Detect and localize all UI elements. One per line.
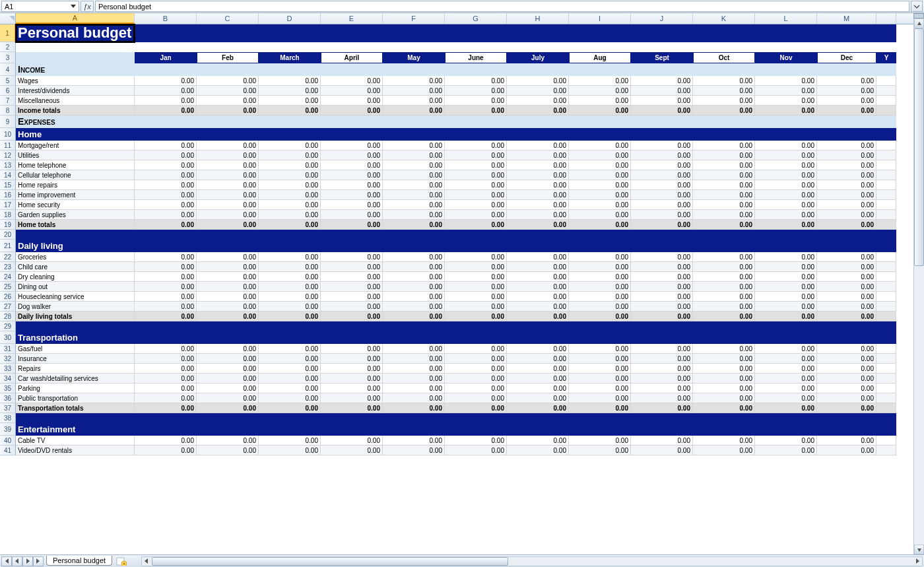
cell-D39[interactable] [259,423,321,436]
cell-M23[interactable]: 0.00 [817,262,876,272]
cell-D31[interactable]: 0.00 [259,344,321,354]
cell-H5[interactable]: 0.00 [507,76,569,86]
formula-bar-expand[interactable] [911,1,923,12]
cell-G28[interactable]: 0.00 [445,312,507,321]
cell-B18[interactable]: 0.00 [135,210,197,220]
cell-M32[interactable]: 0.00 [817,354,876,364]
cell-B24[interactable]: 0.00 [135,272,197,282]
cell-L27[interactable]: 0.00 [755,302,817,312]
cell-F35[interactable]: 0.00 [383,384,445,393]
cell-F21[interactable] [383,240,445,252]
cell-J15[interactable]: 0.00 [631,180,693,190]
cell-L30[interactable] [755,331,817,344]
cell-H2[interactable] [507,42,569,52]
cell-partial-24[interactable] [876,272,896,282]
cell-A32[interactable]: Insurance [16,354,135,364]
cell-I4[interactable] [569,63,631,76]
cell-L15[interactable]: 0.00 [755,180,817,190]
cell-F22[interactable]: 0.00 [383,252,445,262]
cell-D18[interactable]: 0.00 [259,210,321,220]
cell-K12[interactable]: 0.00 [693,150,755,160]
cell-B33[interactable]: 0.00 [135,364,197,374]
cell-I24[interactable]: 0.00 [569,272,631,282]
cell-H39[interactable] [507,423,569,436]
cell-F39[interactable] [383,423,445,436]
cell-F23[interactable]: 0.00 [383,262,445,272]
cell-A9[interactable]: Expenses [16,116,135,128]
row-header-28[interactable]: 28 [0,312,16,321]
cell-B30[interactable] [135,331,197,344]
cell-F14[interactable]: 0.00 [383,170,445,180]
cell-partial-5[interactable] [876,76,896,86]
cell-C4[interactable] [197,63,259,76]
cell-D38[interactable] [259,413,321,423]
cell-I31[interactable]: 0.00 [569,344,631,354]
cell-D14[interactable]: 0.00 [259,170,321,180]
cell-partial-4[interactable] [876,63,896,76]
cell-partial-25[interactable] [876,282,896,292]
cell-C31[interactable]: 0.00 [197,344,259,354]
cell-H16[interactable]: 0.00 [507,190,569,200]
row-header-1[interactable]: 1 [0,24,16,42]
cell-B34[interactable]: 0.00 [135,374,197,384]
cell-partial-2[interactable] [876,42,896,52]
cell-M19[interactable]: 0.00 [817,220,876,230]
cell-A40[interactable]: Cable TV [16,436,135,446]
cell-E15[interactable]: 0.00 [321,180,383,190]
cell-F2[interactable] [383,42,445,52]
cell-A23[interactable]: Child care [16,262,135,272]
cell-D8[interactable]: 0.00 [259,106,321,116]
cell-K17[interactable]: 0.00 [693,200,755,210]
cell-M26[interactable]: 0.00 [817,292,876,302]
cell-J9[interactable] [631,116,693,128]
cell-partial-14[interactable] [876,170,896,180]
cell-L31[interactable]: 0.00 [755,344,817,354]
row-header-9[interactable]: 9 [0,116,16,128]
cell-D12[interactable]: 0.00 [259,150,321,160]
cell-D6[interactable]: 0.00 [259,86,321,96]
cell-C7[interactable]: 0.00 [197,96,259,106]
cell-C19[interactable]: 0.00 [197,220,259,230]
cell-partial-1[interactable] [876,24,896,42]
cell-A25[interactable]: Dining out [16,282,135,292]
cell-H20[interactable] [507,230,569,240]
cell-H27[interactable]: 0.00 [507,302,569,312]
cell-L34[interactable]: 0.00 [755,374,817,384]
cell-F10[interactable] [383,128,445,141]
cell-D41[interactable]: 0.00 [259,446,321,455]
cell-C9[interactable] [197,116,259,128]
cell-J37[interactable]: 0.00 [631,403,693,413]
cell-C30[interactable] [197,331,259,344]
cell-E18[interactable]: 0.00 [321,210,383,220]
cell-A15[interactable]: Home repairs [16,180,135,190]
cell-E37[interactable]: 0.00 [321,403,383,413]
cell-H6[interactable]: 0.00 [507,86,569,96]
cell-I9[interactable] [569,116,631,128]
cell-A39[interactable]: Entertainment [16,423,135,436]
cell-M35[interactable]: 0.00 [817,384,876,393]
cell-I40[interactable]: 0.00 [569,436,631,446]
cell-partial-10[interactable] [876,128,896,141]
cell-partial-8[interactable] [876,106,896,116]
cell-K19[interactable]: 0.00 [693,220,755,230]
cell-L32[interactable]: 0.00 [755,354,817,364]
col-header-M[interactable]: M [817,13,876,24]
cell-A38[interactable] [16,413,135,423]
cell-partial-34[interactable] [876,374,896,384]
cell-E13[interactable]: 0.00 [321,160,383,170]
cell-M39[interactable] [817,423,876,436]
scroll-left-arrow[interactable] [142,557,151,566]
row-header-3[interactable]: 3 [0,52,16,63]
cell-D33[interactable]: 0.00 [259,364,321,374]
cell-D26[interactable]: 0.00 [259,292,321,302]
cell-K11[interactable]: 0.00 [693,141,755,150]
cell-K23[interactable]: 0.00 [693,262,755,272]
cell-K28[interactable]: 0.00 [693,312,755,321]
cell-J5[interactable]: 0.00 [631,76,693,86]
cell-F18[interactable]: 0.00 [383,210,445,220]
row-header-13[interactable]: 13 [0,160,16,170]
cell-G15[interactable]: 0.00 [445,180,507,190]
cell-F30[interactable] [383,331,445,344]
cell-M31[interactable]: 0.00 [817,344,876,354]
cell-G32[interactable]: 0.00 [445,354,507,364]
